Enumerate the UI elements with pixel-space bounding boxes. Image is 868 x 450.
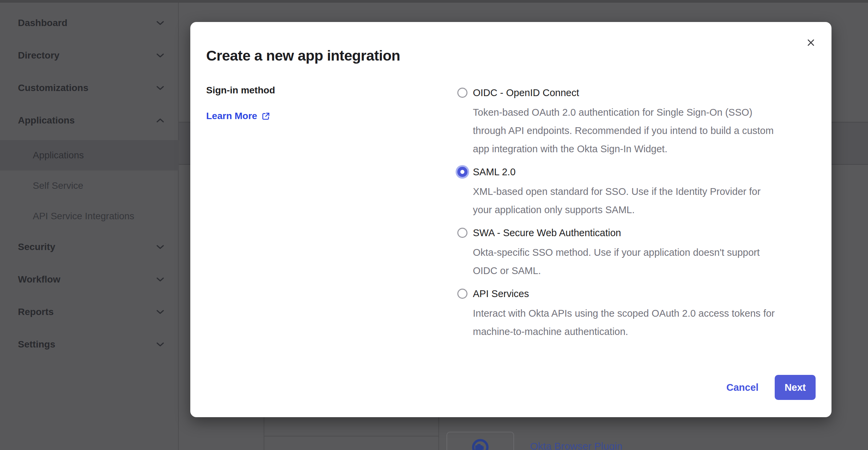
cancel-button[interactable]: Cancel (726, 382, 758, 393)
chevron-down-icon (156, 310, 164, 314)
option-label: SAML 2.0 (473, 166, 515, 178)
chevron-down-icon (156, 53, 164, 58)
sidebar-item-security[interactable]: Security (0, 231, 179, 263)
background-panel-divider (264, 417, 264, 450)
sign-in-method-options: OIDC - OpenID Connect Token-based OAuth … (457, 86, 822, 347)
okta-browser-plugin-link[interactable]: Okta Browser Plugin (530, 441, 622, 450)
sidebar-item-reports[interactable]: Reports (0, 296, 179, 328)
radio-api-services[interactable] (457, 289, 467, 299)
option-description: Okta-specific SSO method. Use if your ap… (473, 243, 822, 280)
sidebar-subitem-label: Self Service (33, 180, 83, 191)
chevron-down-icon (156, 21, 164, 25)
background-panel-divider (438, 417, 439, 450)
option-description: XML-based open standard for SSO. Use if … (473, 182, 822, 219)
option-description: Token-based OAuth 2.0 authentication for… (473, 103, 822, 158)
sidebar-item-label: Reports (18, 307, 54, 317)
okta-admin-screen: Dashboard Directory Customizations Appli… (0, 0, 868, 450)
modal-footer: Cancel Next (726, 375, 816, 400)
sidebar-item-applications[interactable]: Applications (0, 104, 179, 137)
option-saml: SAML 2.0 XML-based open standard for SSO… (457, 165, 822, 219)
sidebar-item-label: Applications (18, 115, 75, 126)
sidebar-item-settings[interactable]: Settings (0, 328, 179, 361)
sidebar-nav: Dashboard Directory Customizations Appli… (0, 3, 179, 450)
app-catalog-card[interactable] (447, 432, 514, 450)
option-label: OIDC - OpenID Connect (473, 87, 579, 98)
option-description: Interact with Okta APIs using the scoped… (473, 304, 822, 341)
radio-swa[interactable] (457, 228, 467, 238)
option-label: API Services (473, 288, 529, 299)
option-oidc: OIDC - OpenID Connect Token-based OAuth … (457, 86, 822, 158)
sidebar-subitem-label: Applications (33, 150, 84, 161)
chevron-down-icon (156, 245, 164, 249)
top-header-strip (0, 0, 868, 3)
learn-more-label: Learn More (206, 111, 257, 121)
close-button[interactable] (804, 36, 817, 49)
create-app-integration-modal: Create a new app integration Sign-in met… (190, 22, 831, 417)
sign-in-method-label: Sign-in method (206, 85, 275, 96)
chevron-down-icon (156, 342, 164, 347)
modal-title: Create a new app integration (206, 47, 400, 64)
sidebar-item-label: Workflow (18, 274, 60, 285)
okta-plugin-icon (471, 438, 490, 450)
chevron-down-icon (156, 277, 164, 282)
external-link-icon (261, 112, 270, 121)
radio-oidc[interactable] (457, 88, 467, 98)
sidebar-item-customizations[interactable]: Customizations (0, 72, 179, 104)
sidebar-item-label: Security (18, 242, 55, 252)
sidebar-subitem-api-service-integrations[interactable]: API Service Integrations (0, 201, 179, 231)
sidebar-item-label: Settings (18, 339, 55, 350)
option-api-services: API Services Interact with Okta APIs usi… (457, 287, 822, 341)
sidebar-item-workflow[interactable]: Workflow (0, 263, 179, 296)
learn-more-link[interactable]: Learn More (206, 111, 270, 121)
sidebar-item-directory[interactable]: Directory (0, 39, 179, 72)
option-swa-row[interactable]: SWA - Secure Web Authentication (457, 226, 822, 240)
radio-saml[interactable] (457, 167, 467, 177)
sidebar-subitem-self-service[interactable]: Self Service (0, 171, 179, 201)
chevron-down-icon (156, 86, 164, 90)
option-oidc-row[interactable]: OIDC - OpenID Connect (457, 86, 822, 100)
sidebar-item-label: Directory (18, 50, 59, 61)
next-button[interactable]: Next (775, 375, 816, 400)
option-api-services-row[interactable]: API Services (457, 287, 822, 301)
sidebar-item-label: Customizations (18, 83, 88, 93)
option-label: SWA - Secure Web Authentication (473, 227, 621, 239)
close-icon (805, 37, 816, 48)
option-swa: SWA - Secure Web Authentication Okta-spe… (457, 226, 822, 280)
sidebar-item-dashboard[interactable]: Dashboard (0, 7, 179, 39)
chevron-up-icon (156, 118, 164, 123)
sidebar-subitem-applications[interactable]: Applications (0, 140, 179, 171)
sidebar-item-label: Dashboard (18, 18, 67, 28)
background-section-divider (264, 436, 438, 436)
option-saml-row[interactable]: SAML 2.0 (457, 165, 822, 179)
sidebar-subitem-label: API Service Integrations (33, 211, 134, 222)
